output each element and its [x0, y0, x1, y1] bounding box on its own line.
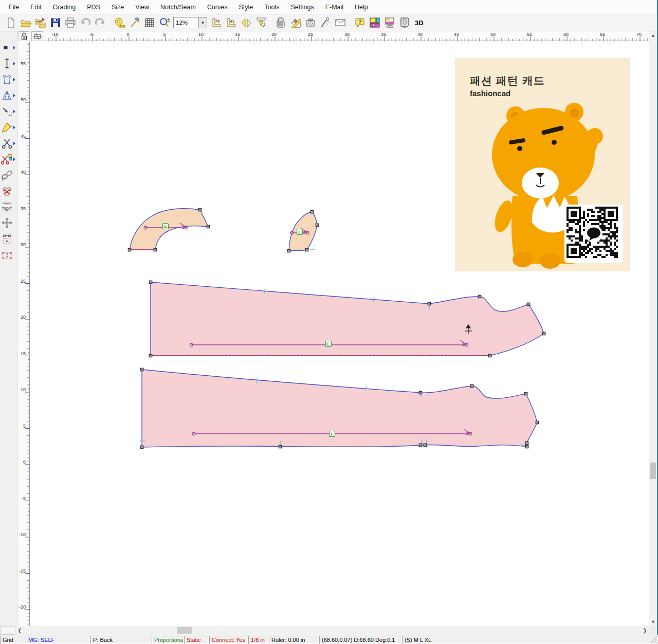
- zoom-dropdown-button[interactable]: ▼: [198, 17, 207, 28]
- delete-garment-tool[interactable]: [1, 184, 16, 198]
- control-point-handle[interactable]: [305, 248, 308, 251]
- scroll-left-arrow[interactable]: ❮: [15, 626, 24, 635]
- control-point-handle[interactable]: [198, 208, 202, 211]
- submenu-arrow-icon[interactable]: [13, 141, 15, 145]
- cut-piece-tool[interactable]: [1, 152, 16, 166]
- submenu-arrow-icon[interactable]: [13, 78, 15, 82]
- 3d-view-button[interactable]: 3D: [412, 19, 427, 27]
- snapshot-button[interactable]: [303, 16, 317, 30]
- scroll-up-arrow[interactable]: ▲: [649, 31, 657, 40]
- menu-size[interactable]: Size: [106, 1, 130, 13]
- scroll-right-arrow[interactable]: ❯: [641, 626, 649, 635]
- control-point-handle[interactable]: [542, 332, 545, 335]
- airbrush-button[interactable]: [318, 16, 332, 30]
- set-square-button[interactable]: [288, 16, 302, 30]
- zoom-tool-button[interactable]: ±: [157, 16, 171, 30]
- menu-notch-seam[interactable]: Notch/Seam: [155, 1, 202, 13]
- control-point-handle[interactable]: [140, 368, 143, 371]
- print-button[interactable]: [63, 16, 77, 30]
- control-point-handle[interactable]: [525, 441, 528, 445]
- menu-curves[interactable]: Curves: [202, 1, 233, 13]
- pattern-design-button[interactable]: [368, 16, 381, 30]
- menu-edit[interactable]: Edit: [25, 1, 47, 13]
- open-file-button[interactable]: [19, 16, 32, 30]
- pattern-piece-waistband-right[interactable]: [289, 212, 317, 251]
- control-point-handle[interactable]: [470, 384, 473, 388]
- line-tool[interactable]: [1, 57, 16, 70]
- submenu-arrow-icon[interactable]: [13, 157, 15, 161]
- scroll-down-arrow[interactable]: ▼: [649, 618, 657, 626]
- control-point-handle[interactable]: [128, 248, 131, 251]
- submenu-arrow-icon[interactable]: [13, 109, 15, 114]
- pattern-piece-tool[interactable]: [1, 72, 16, 86]
- control-point-handle[interactable]: [419, 444, 422, 447]
- grade-xy-tool[interactable]: XY: [1, 248, 16, 262]
- measure-tool-button[interactable]: [113, 16, 126, 30]
- scissors-tool[interactable]: [1, 136, 16, 150]
- undo-button[interactable]: [78, 16, 92, 30]
- menu-e-mail[interactable]: E-Mail: [320, 1, 349, 13]
- control-point-handle[interactable]: [478, 295, 481, 298]
- zoom-level-value[interactable]: 12%: [174, 20, 198, 26]
- menu-help[interactable]: Help: [349, 1, 374, 13]
- walk-piece-tool[interactable]: [1, 232, 16, 246]
- move-tool[interactable]: [1, 216, 16, 230]
- rotate-piece-button[interactable]: [254, 16, 268, 30]
- menu-file[interactable]: File: [3, 1, 25, 13]
- control-point-handle[interactable]: [310, 210, 314, 213]
- control-point-handle[interactable]: [525, 445, 528, 448]
- control-point-handle[interactable]: [279, 445, 282, 448]
- control-point-handle[interactable]: [140, 446, 143, 449]
- control-point-handle[interactable]: [149, 354, 152, 357]
- control-point-handle[interactable]: [428, 302, 431, 305]
- pattern-piece-waistband-left[interactable]: [130, 209, 208, 250]
- control-point-handle[interactable]: [536, 421, 539, 424]
- grid-table-button[interactable]: [142, 16, 156, 30]
- open-pattern-button[interactable]: [33, 16, 47, 30]
- submenu-arrow-icon[interactable]: [13, 62, 15, 66]
- control-point-handle[interactable]: [524, 392, 527, 395]
- ruler-lock-button[interactable]: [19, 31, 29, 41]
- flip-y-button[interactable]: y: [224, 16, 238, 30]
- control-point-handle[interactable]: [287, 249, 290, 252]
- control-point-handle[interactable]: [419, 391, 422, 394]
- control-point-handle[interactable]: [316, 224, 319, 227]
- horizontal-scroll-thumb[interactable]: [177, 627, 192, 634]
- vertical-scroll-thumb[interactable]: [650, 463, 656, 479]
- menu-settings[interactable]: Settings: [285, 1, 319, 13]
- horizontal-scrollbar[interactable]: ❮ ❯: [15, 626, 649, 635]
- email-button[interactable]: [333, 16, 347, 30]
- plotter-button[interactable]: [397, 16, 411, 30]
- redo-button[interactable]: [93, 16, 107, 30]
- control-point-handle[interactable]: [154, 248, 157, 251]
- drawing-canvas[interactable]: LLLL: [30, 42, 649, 626]
- hammer-tool-button[interactable]: [127, 16, 141, 30]
- save-button[interactable]: [48, 16, 62, 30]
- control-point-handle[interactable]: [149, 281, 152, 284]
- marker-layout-button[interactable]: [382, 16, 396, 30]
- menu-tools[interactable]: Tools: [259, 1, 285, 13]
- menu-pds[interactable]: PDS: [81, 1, 106, 13]
- vertical-scrollbar[interactable]: ▲ ▼: [649, 31, 657, 626]
- menu-grading[interactable]: Grading: [47, 1, 81, 13]
- lock-button[interactable]: [273, 16, 287, 30]
- control-point-handle[interactable]: [527, 303, 530, 306]
- help-button[interactable]: ?: [353, 16, 367, 30]
- corner-tool[interactable]: [1, 104, 16, 118]
- menu-style[interactable]: Style: [233, 1, 259, 13]
- chain-link-tool[interactable]: [1, 168, 16, 182]
- text-tool[interactable]: TEXT: [1, 200, 16, 214]
- menu-view[interactable]: View: [130, 1, 155, 13]
- resize-grip[interactable]: [650, 636, 657, 643]
- flip-x-button[interactable]: x: [209, 16, 223, 30]
- submenu-arrow-icon[interactable]: [13, 46, 15, 50]
- select-tool[interactable]: [1, 41, 16, 54]
- control-point-handle[interactable]: [488, 354, 491, 357]
- page-setup-button[interactable]: [31, 31, 43, 41]
- pencil-curve-tool[interactable]: [1, 120, 16, 134]
- zoom-level-combobox[interactable]: 12%▼: [173, 17, 207, 28]
- submenu-arrow-icon[interactable]: [13, 94, 15, 98]
- flare-tool[interactable]: [1, 88, 16, 102]
- pattern-piece-pant-back[interactable]: [142, 370, 537, 447]
- new-file-button[interactable]: [4, 16, 17, 30]
